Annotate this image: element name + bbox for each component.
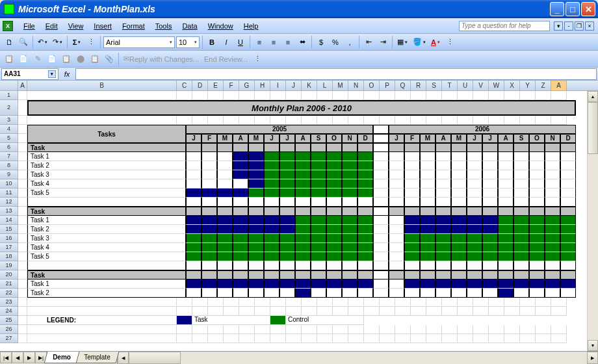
group-header[interactable]: Task xyxy=(27,207,186,216)
row-header-26[interactable]: 26 xyxy=(0,325,18,334)
review-btn-2[interactable]: 📄 xyxy=(17,53,30,66)
row-header-1[interactable]: 1 xyxy=(0,91,18,100)
review-btn-8[interactable]: 📎 xyxy=(103,53,116,66)
formula-input[interactable] xyxy=(75,68,597,80)
row-header-16[interactable]: 16 xyxy=(0,234,18,243)
italic-button[interactable]: I xyxy=(220,36,233,49)
month-header[interactable]: A xyxy=(436,134,451,143)
row-header-19[interactable]: 19 xyxy=(0,261,18,270)
menu-help[interactable]: Help xyxy=(239,22,264,30)
month-header[interactable]: M xyxy=(451,134,467,143)
col-header-r[interactable]: R xyxy=(411,81,426,90)
group-header[interactable]: Task xyxy=(27,270,186,280)
row-header-27[interactable]: 27 xyxy=(0,334,18,343)
task-label[interactable]: Task 4 xyxy=(27,243,186,252)
undo-button[interactable]: ↶▾ xyxy=(36,36,49,49)
col-header-y[interactable]: Y xyxy=(520,81,536,90)
col-header-q[interactable]: Q xyxy=(395,81,411,90)
tab-nav-next[interactable]: ▶ xyxy=(23,352,35,363)
excel-document-icon[interactable]: X xyxy=(3,21,13,31)
task-label[interactable]: Task 3 xyxy=(27,234,186,243)
month-header[interactable]: J xyxy=(280,134,295,143)
col-header-u[interactable]: U xyxy=(458,81,473,90)
decrease-indent-button[interactable]: ⇤ xyxy=(362,36,375,49)
month-header[interactable]: J xyxy=(264,134,280,143)
col-header-h[interactable]: H xyxy=(255,81,270,90)
horizontal-scrollbar[interactable]: ◀ ▶ xyxy=(117,352,598,364)
row-header-23[interactable]: 23 xyxy=(0,298,18,307)
col-header-z[interactable]: Z xyxy=(536,81,551,90)
task-label[interactable]: Task 2 xyxy=(27,225,186,234)
month-header[interactable]: J xyxy=(482,134,498,143)
row-header-5[interactable]: 5 xyxy=(0,134,18,143)
col-header-t[interactable]: T xyxy=(442,81,458,90)
spreadsheet-grid[interactable]: A B CDEFGHIJKLMNOPQRSTUVWXYZA 1234567891… xyxy=(0,81,598,351)
menu-edit[interactable]: Edit xyxy=(40,22,63,30)
question-dropdown[interactable]: ▾ xyxy=(554,21,563,31)
row-header-9[interactable]: 9 xyxy=(0,170,18,179)
col-header-n[interactable]: N xyxy=(348,81,364,90)
col-header-j[interactable]: J xyxy=(286,81,302,90)
col-header-g[interactable]: G xyxy=(239,81,255,90)
menu-insert[interactable]: Insert xyxy=(88,22,117,30)
mdi-minimize[interactable]: - xyxy=(564,21,573,31)
borders-button[interactable]: ▦▾ xyxy=(395,36,410,49)
column-headers[interactable]: A B CDEFGHIJKLMNOPQRSTUVWXYZA xyxy=(0,81,598,91)
row-header-4[interactable]: 4 xyxy=(0,125,18,134)
task-label[interactable]: Task 5 xyxy=(27,252,186,261)
close-button[interactable]: ✕ xyxy=(581,2,595,16)
col-header-a[interactable]: A xyxy=(18,81,27,90)
hscroll-thumb[interactable] xyxy=(129,352,181,364)
month-header[interactable]: M xyxy=(248,134,264,143)
month-header[interactable]: O xyxy=(529,134,545,143)
month-header[interactable]: N xyxy=(342,134,358,143)
col-header-p[interactable]: P xyxy=(380,81,395,90)
review-btn-7[interactable]: 📋 xyxy=(88,53,101,66)
task-label[interactable]: Task 1 xyxy=(27,280,186,289)
month-header[interactable]: J xyxy=(186,134,202,143)
scroll-right-button[interactable]: ▶ xyxy=(587,352,598,364)
row-header-22[interactable]: 22 xyxy=(0,289,18,298)
legend-control[interactable]: Control xyxy=(286,316,364,325)
comma-button[interactable]: , xyxy=(343,36,356,49)
sheet-tab-demo[interactable]: Demo xyxy=(44,352,80,363)
task-label[interactable]: Task 4 xyxy=(27,179,186,188)
menu-format[interactable]: Format xyxy=(117,22,150,30)
legend-label[interactable]: LEGEND: xyxy=(27,316,177,325)
increase-indent-button[interactable]: ⇥ xyxy=(376,36,389,49)
month-header[interactable]: A xyxy=(295,134,311,143)
toolbar-options-3[interactable]: ⋮ xyxy=(251,53,264,66)
task-label[interactable]: Task 1 xyxy=(27,152,186,161)
task-label[interactable]: Task 2 xyxy=(27,161,186,170)
print-preview-button[interactable]: 🔍 xyxy=(17,36,30,49)
question-help-input[interactable] xyxy=(459,21,550,31)
minimize-button[interactable]: _ xyxy=(550,2,564,16)
month-header[interactable]: S xyxy=(311,134,326,143)
currency-button[interactable]: $ xyxy=(315,36,328,49)
tab-nav-first[interactable]: |◀ xyxy=(0,352,12,363)
row-header-24[interactable]: 24 xyxy=(0,307,18,316)
month-header[interactable]: A xyxy=(233,134,248,143)
row-header-11[interactable]: 11 xyxy=(0,188,18,198)
task-label[interactable]: Task 3 xyxy=(27,170,186,179)
year-2006-header[interactable]: 2006 xyxy=(389,125,576,134)
scroll-down-button[interactable]: ▼ xyxy=(588,340,598,351)
menu-data[interactable]: Data xyxy=(177,22,202,30)
select-all-corner[interactable] xyxy=(0,81,18,90)
menu-window[interactable]: Window xyxy=(203,22,239,30)
tab-nav-prev[interactable]: ◀ xyxy=(12,352,23,363)
row-header-17[interactable]: 17 xyxy=(0,243,18,252)
month-header[interactable]: J xyxy=(467,134,482,143)
col-header-x[interactable]: X xyxy=(504,81,520,90)
legend-task[interactable]: Task xyxy=(192,316,270,325)
row-header-25[interactable]: 25 xyxy=(0,316,18,325)
task-label[interactable]: Task 1 xyxy=(27,216,186,225)
toolbar-options-2[interactable]: ⋮ xyxy=(443,36,456,49)
month-header[interactable]: J xyxy=(389,134,404,143)
fx-button[interactable]: fx xyxy=(61,68,73,80)
percent-button[interactable]: % xyxy=(329,36,342,49)
col-header-w[interactable]: W xyxy=(489,81,504,90)
month-header[interactable]: S xyxy=(514,134,529,143)
review-btn-3[interactable]: ✎ xyxy=(31,53,44,66)
vscroll-thumb[interactable] xyxy=(588,102,598,154)
